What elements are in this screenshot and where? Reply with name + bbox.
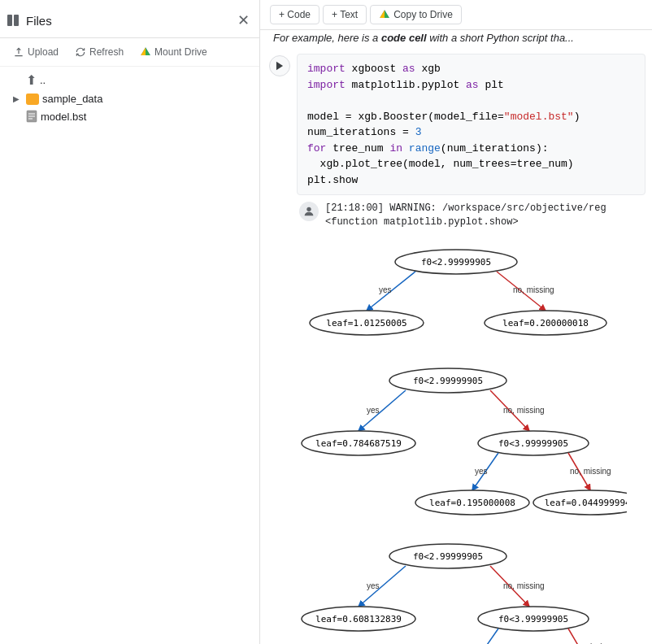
svg-text:yes: yes bbox=[475, 467, 488, 476]
parent-icon: ⬆ bbox=[26, 72, 37, 88]
notebook-content: For example, here is a code cell with a … bbox=[260, 30, 652, 644]
output-avatar bbox=[299, 202, 319, 221]
intro-text: For example, here is a code cell with a … bbox=[260, 30, 652, 50]
svg-text:f0<2.99999905: f0<2.99999905 bbox=[421, 257, 491, 268]
svg-text:yes: yes bbox=[367, 406, 380, 415]
copy-to-drive-button[interactable]: Copy to Drive bbox=[370, 5, 462, 24]
sidebar-title: Files bbox=[26, 14, 228, 28]
svg-text:f0<2.99999905: f0<2.99999905 bbox=[413, 551, 483, 562]
svg-text:leaf=0.195000008: leaf=0.195000008 bbox=[429, 498, 515, 508]
main-content: + Code + Text Copy to Drive For example,… bbox=[260, 0, 652, 644]
svg-rect-0 bbox=[7, 15, 12, 26]
mount-drive-button[interactable]: Mount Drive bbox=[133, 43, 214, 61]
tree-diagram-2: f0<2.99999905 yes no, missing leaf=0.784… bbox=[260, 358, 652, 533]
svg-marker-6 bbox=[276, 62, 283, 71]
file-toolbar: Upload Refresh Mount Drive bbox=[0, 38, 259, 67]
svg-text:f0<3.99999905: f0<3.99999905 bbox=[498, 614, 568, 624]
drive-icon bbox=[379, 9, 390, 20]
svg-text:yes: yes bbox=[379, 285, 392, 294]
svg-rect-1 bbox=[14, 15, 19, 26]
code-cell: import xgboost as xgb import matplotlib.… bbox=[260, 50, 652, 198]
svg-text:no, missing: no, missing bbox=[570, 467, 611, 476]
sample-data-label: sample_data bbox=[42, 93, 102, 105]
tree-item-parent[interactable]: ⬆ .. bbox=[0, 70, 259, 90]
svg-text:f0<3.99999905: f0<3.99999905 bbox=[498, 438, 568, 449]
close-button[interactable]: ✕ bbox=[234, 10, 253, 31]
code-editor[interactable]: import xgboost as xgb import matplotlib.… bbox=[297, 54, 645, 195]
add-code-button[interactable]: + Code bbox=[270, 5, 319, 24]
upload-button[interactable]: Upload bbox=[7, 43, 65, 61]
output-area: [21:18:00] WARNING: /workspace/src/objec… bbox=[260, 198, 652, 233]
tree-item-sample-data[interactable]: ▶ sample_data bbox=[0, 90, 259, 107]
file-icon bbox=[26, 110, 37, 123]
sidebar-header: Files ✕ bbox=[0, 0, 259, 38]
svg-text:yes: yes bbox=[367, 581, 380, 590]
tree-visualization: f0<2.99999905 yes no, missing leaf=1.012… bbox=[260, 233, 652, 644]
folder-closed-icon bbox=[26, 94, 39, 105]
svg-text:leaf=0.200000018: leaf=0.200000018 bbox=[502, 318, 589, 329]
output-text: [21:18:00] WARNING: /workspace/src/objec… bbox=[325, 202, 645, 229]
svg-text:f0<2.99999905: f0<2.99999905 bbox=[413, 376, 483, 386]
svg-text:no, missing: no, missing bbox=[513, 285, 554, 294]
svg-text:leaf=1.01250005: leaf=1.01250005 bbox=[326, 318, 406, 329]
svg-text:leaf=0.784687519: leaf=0.784687519 bbox=[315, 438, 402, 449]
add-text-button[interactable]: + Text bbox=[323, 5, 367, 24]
tree-diagram-1: f0<2.99999905 yes no, missing leaf=1.012… bbox=[260, 239, 652, 358]
model-bst-label: model.bst bbox=[41, 111, 86, 123]
run-button[interactable] bbox=[269, 55, 290, 76]
svg-text:no, missing: no, missing bbox=[503, 581, 545, 590]
svg-text:leaf=0.0449999943: leaf=0.0449999943 bbox=[545, 498, 627, 508]
svg-line-38 bbox=[359, 566, 406, 607]
svg-line-20 bbox=[359, 390, 406, 431]
svg-text:no, missing: no, missing bbox=[503, 406, 545, 415]
tree-diagram-3: f0<2.99999905 yes no, missing leaf=0.608… bbox=[260, 533, 652, 644]
refresh-button[interactable]: Refresh bbox=[68, 43, 130, 61]
folder-arrow: ▶ bbox=[13, 94, 23, 103]
panel-icon bbox=[7, 14, 20, 27]
file-tree: ⬆ .. ▶ sample_data model.bst bbox=[0, 67, 259, 644]
svg-text:leaf=0.608132839: leaf=0.608132839 bbox=[315, 614, 402, 624]
sidebar: Files ✕ Upload Refresh Mount Drive bbox=[0, 0, 260, 644]
notebook-toolbar: + Code + Text Copy to Drive bbox=[260, 0, 652, 30]
tree-item-model-bst[interactable]: model.bst bbox=[0, 107, 259, 125]
svg-point-7 bbox=[306, 207, 311, 211]
parent-dir-label: .. bbox=[40, 74, 46, 86]
